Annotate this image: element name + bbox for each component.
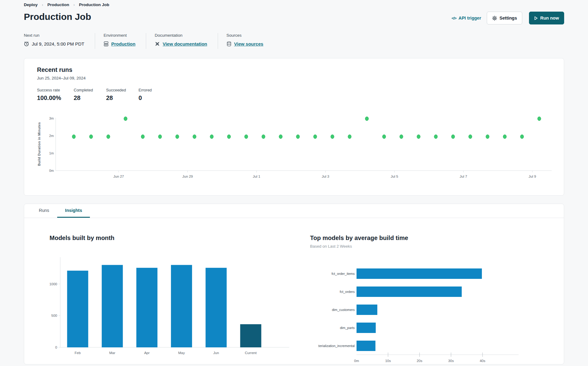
recent-runs-title: Recent runs: [37, 66, 72, 73]
divider: [218, 33, 218, 49]
environment-link[interactable]: Production: [111, 41, 135, 46]
breadcrumb-deploy[interactable]: Deploy: [24, 2, 38, 7]
settings-button[interactable]: Settings: [487, 12, 522, 24]
svg-text:Jul 9: Jul 9: [529, 175, 536, 178]
svg-text:Jun 29: Jun 29: [182, 175, 193, 178]
top-models-by-build-time-chart: fct_order_itemsfct_ordersdim_customersdi…: [318, 260, 526, 366]
svg-text:30s: 30s: [448, 359, 454, 363]
meta-next-run: Next run Jul 9, 2024, 5:00 PM PDT: [24, 33, 95, 46]
header-actions: </> API trigger Settings Run now: [452, 12, 564, 24]
divider: [95, 33, 95, 49]
svg-text:Build Duration in Minutes: Build Duration in Minutes: [37, 122, 41, 166]
meta-documentation-label: Documentation: [155, 33, 207, 38]
stat-completed: Completed 28: [74, 88, 106, 102]
build-duration-scatter-chart: 0m1m2m3mJun 27Jun 29Jul 1Jul 3Jul 5Jul 7…: [37, 113, 557, 187]
dbt-logo-icon: [155, 41, 160, 46]
svg-text:Jul 3: Jul 3: [322, 175, 329, 178]
next-run-value: Jul 9, 2024, 5:00 PM PDT: [32, 41, 84, 46]
svg-text:10s: 10s: [385, 359, 391, 363]
meta-documentation: Documentation View documentation: [155, 33, 218, 46]
stat-succeeded: Succeeded 28: [106, 88, 139, 102]
meta-next-run-label: Next run: [24, 33, 84, 38]
settings-label: Settings: [500, 16, 517, 20]
svg-text:dim_parts: dim_parts: [340, 326, 355, 330]
run-now-label: Run now: [540, 16, 559, 20]
svg-text:Jul 1: Jul 1: [253, 175, 260, 178]
svg-text:1m: 1m: [49, 151, 54, 155]
breadcrumb-production-job: Production Job: [79, 2, 109, 7]
svg-text:Feb: Feb: [75, 351, 81, 355]
meta-environment-label: Environment: [104, 33, 135, 38]
svg-text:20s: 20s: [417, 359, 423, 363]
svg-text:40s: 40s: [480, 359, 486, 363]
clock-icon: [24, 41, 29, 46]
svg-text:Mar: Mar: [109, 351, 115, 355]
environment-icon: [104, 41, 109, 46]
svg-text:0m: 0m: [49, 169, 54, 172]
svg-text:Jun 27: Jun 27: [113, 175, 124, 178]
models-built-title: Models built by month: [50, 235, 114, 242]
page-title: Production Job: [24, 12, 91, 22]
meta-environment: Environment Production: [104, 33, 146, 46]
svg-text:Jul 7: Jul 7: [460, 175, 467, 178]
svg-text:3m: 3m: [49, 116, 54, 120]
svg-text:0: 0: [55, 346, 57, 349]
recent-runs-stats: Success rate 100.00% Completed 28 Succee…: [37, 88, 169, 102]
view-sources-link[interactable]: View sources: [234, 41, 264, 46]
svg-text:500: 500: [51, 314, 57, 317]
play-icon: [534, 16, 538, 20]
top-models-subtitle: Based on Last 2 Weeks: [310, 244, 352, 249]
svg-text:Current: Current: [245, 351, 257, 355]
api-trigger-link[interactable]: </> API trigger: [452, 16, 481, 20]
svg-text:dim_customers: dim_customers: [332, 308, 355, 312]
stat-success-rate: Success rate 100.00%: [37, 88, 74, 102]
svg-text:fct_orders: fct_orders: [340, 290, 355, 294]
job-meta-row: Next run Jul 9, 2024, 5:00 PM PDT Enviro…: [24, 33, 274, 49]
svg-text:Jul 5: Jul 5: [391, 175, 398, 178]
meta-sources-label: Sources: [227, 33, 264, 38]
run-now-button[interactable]: Run now: [529, 12, 564, 24]
svg-text:fct_order_items: fct_order_items: [331, 272, 355, 275]
tab-runs[interactable]: Runs: [31, 204, 57, 218]
breadcrumb-production[interactable]: Production: [47, 2, 69, 7]
chevron-right-icon: ›: [42, 3, 43, 7]
recent-runs-date-range: Jun 25, 2024–Jul 09, 2024: [37, 76, 86, 80]
svg-text:Jun: Jun: [213, 351, 219, 355]
tab-insights[interactable]: Insights: [57, 204, 90, 218]
api-trigger-label: API trigger: [458, 16, 481, 20]
view-documentation-link[interactable]: View documentation: [163, 41, 207, 46]
svg-text:May: May: [178, 351, 185, 355]
tab-bar: Runs Insights: [24, 204, 564, 218]
svg-text:1000: 1000: [49, 282, 57, 286]
svg-text:0m: 0m: [354, 359, 359, 363]
code-icon: </>: [452, 16, 457, 20]
recent-runs-card: Recent runs Jun 25, 2024–Jul 09, 2024 Su…: [24, 58, 564, 196]
database-icon: [227, 41, 231, 46]
divider: [146, 33, 146, 49]
meta-sources: Sources View sources: [227, 33, 274, 46]
svg-text:Apr: Apr: [144, 351, 150, 355]
top-models-title: Top models by average build time: [310, 235, 408, 242]
production-job-page: Deploy › Production › Production Job Pro…: [0, 0, 588, 366]
job-detail-card: Runs Insights Models built by month 0500…: [24, 204, 564, 364]
svg-text:2m: 2m: [49, 134, 54, 138]
chevron-right-icon: ›: [73, 3, 75, 7]
stat-errored: Errored 0: [139, 88, 169, 102]
svg-text:materialization_incremental: materialization_incremental: [318, 344, 355, 348]
models-built-by-month-chart: 05001000FebMarAprMayJunCurrent: [48, 256, 292, 360]
gear-icon: [492, 16, 497, 21]
breadcrumb: Deploy › Production › Production Job: [24, 2, 109, 7]
